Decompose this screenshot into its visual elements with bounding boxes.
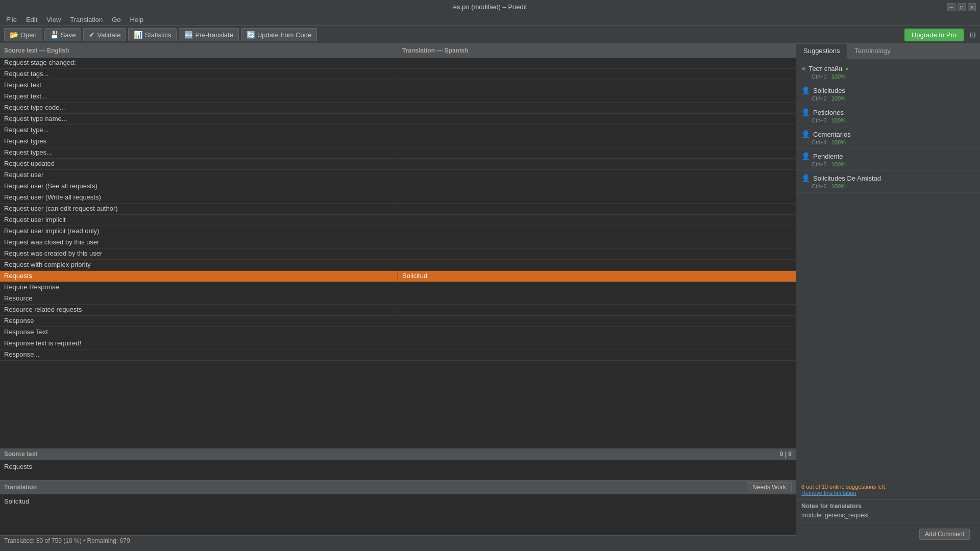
menu-go[interactable]: Go <box>108 15 125 24</box>
suggestion-shortcut: Ctrl+4 <box>812 139 827 145</box>
table-row[interactable]: Request text... <box>0 91 796 103</box>
suggestion-match: 100% <box>831 139 846 145</box>
suggestion-item[interactable]: 👤 Peticiones Ctrl+3 100% <box>796 105 980 127</box>
tab-suggestions[interactable]: Suggestions <box>796 44 848 59</box>
remove-limitation-link[interactable]: Remove this limitation <box>801 490 856 496</box>
tab-terminology[interactable]: Terminology <box>848 44 898 59</box>
online-note-text: 8 out of 10 online suggestions left. <box>801 484 887 490</box>
table-row[interactable]: Request types <box>0 136 796 147</box>
center-area: Source text — English Translation — Span… <box>0 44 796 546</box>
menu-help[interactable]: Help <box>126 15 148 24</box>
close-button[interactable]: ✕ <box>968 3 976 11</box>
translation-panel-label: Translation <box>4 484 37 491</box>
statusbar: Translated: 80 of 759 (10 %) • Remaining… <box>0 535 796 546</box>
source-cell: Resource <box>0 293 398 304</box>
menu-file[interactable]: File <box>2 15 21 24</box>
table-row[interactable]: Request type name... <box>0 114 796 125</box>
titlebar: es.po (modified) – Poedit ─ □ ✕ <box>0 0 980 14</box>
table-row[interactable]: Request user implicit <box>0 215 796 226</box>
open-button[interactable]: 📂 Open <box>4 28 42 41</box>
translation-cell <box>398 147 796 158</box>
suggestion-match: 100% <box>831 183 846 189</box>
translation-cell <box>398 159 796 169</box>
translation-input-area[interactable]: Solicitud <box>0 494 796 535</box>
table-row[interactable]: Request type code... <box>0 103 796 114</box>
suggestion-item[interactable]: 👤 Solicitudes Ctrl+2 100% <box>796 83 980 105</box>
source-cell: Request tags... <box>0 69 398 80</box>
suggestion-item[interactable]: 👤 Comentarios Ctrl+4 100% <box>796 127 980 149</box>
suggestion-shortcut: Ctrl+3 <box>812 117 827 123</box>
save-button[interactable]: 💾 Save <box>44 28 82 41</box>
add-comment-button[interactable]: Add Comment <box>919 529 970 540</box>
statistics-button[interactable]: 📊 Statistics <box>128 28 177 41</box>
table-row[interactable]: RequestsSolicitud <box>0 271 796 282</box>
pre-translate-button[interactable]: 🔤 Pre-translate <box>179 28 238 41</box>
table-row[interactable]: Request user implicit (read only) <box>0 226 796 237</box>
validate-button[interactable]: ✔ Validate <box>83 28 126 41</box>
translation-cell <box>398 114 796 124</box>
translation-list[interactable]: Request stage changed:Request tags...Req… <box>0 58 796 448</box>
suggestion-shortcut: Ctrl+5 <box>812 161 827 167</box>
translation-cell <box>398 103 796 113</box>
suggestion-meta: Ctrl+5 100% <box>812 161 975 167</box>
table-row[interactable]: Request updated <box>0 159 796 170</box>
table-row[interactable]: Request stage changed: <box>0 58 796 69</box>
table-row[interactable]: Require Response <box>0 282 796 293</box>
translation-cell: Solicitud <box>398 271 796 282</box>
update-from-code-button[interactable]: 🔄 Update from Code <box>241 28 317 41</box>
bottom-panels: Source text 9 | 8 Requests Translation N… <box>0 448 796 535</box>
source-cell: Request was closed by this user <box>0 237 398 248</box>
minimize-button[interactable]: ─ <box>947 3 955 11</box>
table-row[interactable]: Request text <box>0 80 796 91</box>
maximize-icon[interactable]: ⊡ <box>970 31 976 39</box>
table-row[interactable]: Resource related requests <box>0 305 796 316</box>
table-row[interactable]: Request user (Write all requests) <box>0 192 796 204</box>
suggestion-shortcut: Ctrl+6 <box>812 183 827 189</box>
suggestion-meta: Ctrl+1 100% <box>812 73 975 80</box>
translation-cell <box>398 349 796 360</box>
menu-edit[interactable]: Edit <box>22 15 41 24</box>
suggestion-item[interactable]: 👤 Solicitudes De Amistad Ctrl+6 100% <box>796 171 980 193</box>
source-cell: Request type code... <box>0 103 398 113</box>
menu-translation[interactable]: Translation <box>66 15 107 24</box>
table-row[interactable]: Response <box>0 316 796 327</box>
notes-area: Notes for translators module: generic_re… <box>796 499 980 522</box>
needs-work-button[interactable]: Needs Work <box>747 482 792 492</box>
menu-view[interactable]: View <box>42 15 65 24</box>
table-row[interactable]: Request type... <box>0 125 796 136</box>
table-row[interactable]: Request tags... <box>0 69 796 80</box>
table-row[interactable]: Request user <box>0 170 796 181</box>
source-panel-content: Requests <box>0 460 796 480</box>
suggestion-match: 100% <box>831 117 846 123</box>
translation-cell <box>398 248 796 259</box>
table-row[interactable]: Request was created by this user <box>0 248 796 260</box>
source-cell: Request stage changed: <box>0 58 398 68</box>
upgrade-button[interactable]: Upgrade to Pro <box>904 29 964 41</box>
right-sidebar: Suggestions Terminology ≡ Тест спайн ● C… <box>796 44 980 546</box>
translation-cell <box>398 338 796 349</box>
table-row[interactable]: Response... <box>0 349 796 361</box>
source-cell: Resource related requests <box>0 305 398 315</box>
table-row[interactable]: Response text is required! <box>0 338 796 349</box>
source-cell: Request text... <box>0 91 398 102</box>
translation-cell <box>398 125 796 136</box>
suggestion-item[interactable]: 👤 Pendiente Ctrl+5 100% <box>796 149 980 171</box>
translation-cell <box>398 58 796 68</box>
translation-cell <box>398 215 796 226</box>
suggestion-match: 100% <box>831 161 846 167</box>
table-row[interactable]: Request user (See all requests) <box>0 181 796 192</box>
table-row[interactable]: Resource <box>0 293 796 305</box>
maximize-button[interactable]: □ <box>958 3 966 11</box>
validate-icon: ✔ <box>89 31 95 39</box>
online-suggestions-note: 8 out of 10 online suggestions left. Rem… <box>796 481 980 499</box>
table-row[interactable]: Request user (can edit request author) <box>0 204 796 215</box>
table-row[interactable]: Response Text <box>0 327 796 338</box>
table-row[interactable]: Request was closed by this user <box>0 237 796 248</box>
column-headers: Source text — English Translation — Span… <box>0 44 796 58</box>
update-icon: 🔄 <box>247 31 255 39</box>
table-row[interactable]: Request with complex priority <box>0 260 796 271</box>
suggestion-item[interactable]: ≡ Тест спайн ● Ctrl+1 100% <box>796 61 980 83</box>
suggestion-match: 100% <box>831 95 846 102</box>
table-row[interactable]: Request types... <box>0 147 796 159</box>
source-column-header: Source text — English <box>0 46 398 55</box>
